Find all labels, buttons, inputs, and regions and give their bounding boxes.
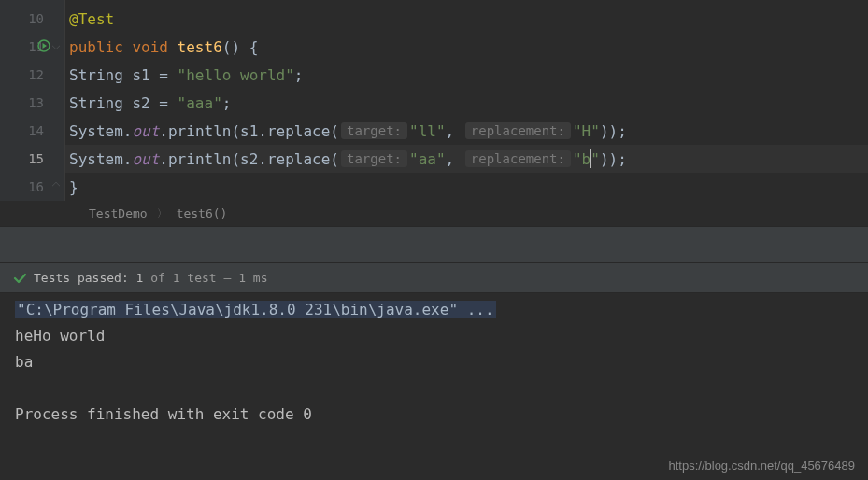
string-literal: "aaa": [178, 94, 222, 112]
code-text: ,: [446, 150, 463, 168]
editor-gutter: 10 11 12 13 14 15 16: [0, 0, 65, 201]
annotation: @Test: [69, 10, 114, 28]
line-number: 13: [0, 89, 64, 117]
code-text: ;: [222, 94, 232, 112]
code-text: String s2 =: [69, 94, 178, 112]
line-number: 12: [0, 61, 64, 89]
code-text: .println(s2.replace(: [159, 150, 339, 168]
code-content[interactable]: @Test public void test6() { String s1 = …: [65, 0, 868, 201]
code-text: ));: [600, 150, 627, 168]
param-hint: target:: [341, 150, 407, 167]
param-hint: replacement:: [465, 122, 571, 139]
test-status-bar: Tests passed: 1 of 1 test – 1 ms: [0, 263, 868, 293]
svg-marker-1: [43, 43, 48, 49]
fold-icon[interactable]: [52, 42, 60, 49]
check-icon: [13, 272, 26, 285]
line-number: 16: [0, 173, 64, 201]
code-text: ;: [294, 66, 304, 84]
tests-passed-suffix: of 1 test – 1 ms: [150, 271, 267, 285]
console-command: "C:\Program Files\Java\jdk1.8.0_231\bin\…: [15, 301, 496, 318]
string-literal: "H": [573, 122, 600, 140]
line-number: 10: [0, 5, 64, 33]
tests-passed-count: 1: [136, 271, 144, 285]
breadcrumb[interactable]: TestDemo 〉 test6(): [0, 201, 868, 226]
param-hint: replacement:: [465, 150, 571, 167]
field-ref: out: [132, 122, 159, 140]
chevron-right-icon: 〉: [157, 206, 167, 220]
string-literal: "ll": [409, 122, 446, 140]
fold-icon[interactable]: [52, 182, 60, 190]
console-line: ba: [15, 349, 853, 375]
panel-divider[interactable]: [0, 226, 868, 263]
code-text: }: [69, 178, 78, 196]
tests-passed-label: Tests passed:: [34, 271, 129, 285]
code-text: .println(s1.replace(: [159, 122, 339, 140]
code-text: ));: [600, 122, 627, 140]
breadcrumb-method[interactable]: test6(): [177, 206, 228, 220]
code-text: ,: [446, 122, 463, 140]
string-literal: ": [591, 150, 600, 168]
console-line: heHo world: [15, 323, 853, 349]
line-number: 14: [0, 117, 64, 145]
watermark: https://blog.csdn.net/qq_45676489: [669, 459, 856, 473]
method-name: test6: [178, 38, 222, 56]
console-exit: Process finished with exit code 0: [15, 402, 853, 428]
console-output[interactable]: "C:\Program Files\Java\jdk1.8.0_231\bin\…: [0, 293, 868, 437]
line-number: 11: [0, 33, 64, 61]
line-number: 15: [0, 145, 64, 173]
code-text: System.: [69, 122, 132, 140]
keyword: public void: [69, 38, 178, 56]
string-literal: "aa": [409, 150, 446, 168]
code-text: () {: [222, 38, 259, 56]
breadcrumb-class[interactable]: TestDemo: [89, 206, 148, 220]
string-literal: "hello world": [178, 66, 294, 84]
code-editor[interactable]: 10 11 12 13 14 15 16 @Test public void t…: [0, 0, 868, 201]
field-ref: out: [132, 150, 159, 168]
run-test-icon[interactable]: [37, 39, 50, 52]
param-hint: target:: [341, 122, 407, 139]
code-text: System.: [69, 150, 132, 168]
code-text: String s1 =: [69, 66, 178, 84]
string-literal: "b: [573, 150, 591, 168]
